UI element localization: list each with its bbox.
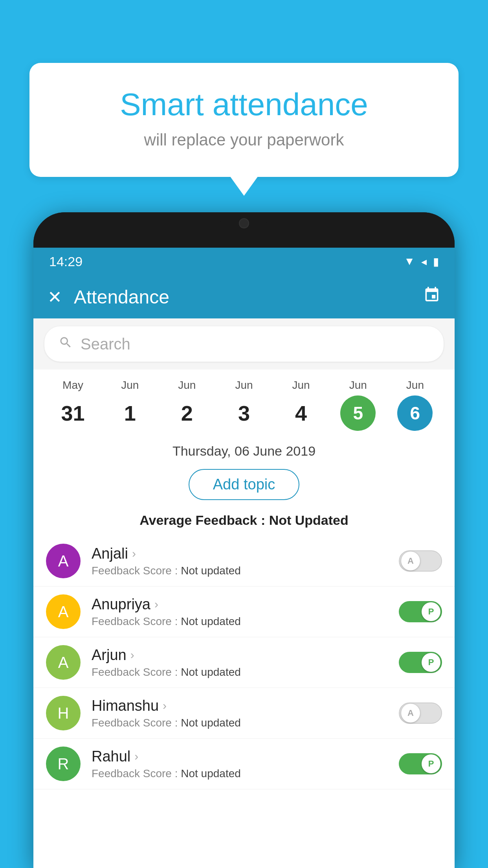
calendar-icon[interactable] [423, 286, 440, 307]
student-info: Rahul ›Feedback Score : Not updated [92, 748, 388, 780]
student-info: Himanshu ›Feedback Score : Not updated [92, 697, 388, 729]
avatar: A [46, 594, 81, 629]
student-name: Arjun › [92, 647, 388, 664]
day-month-label: Jun [121, 379, 139, 392]
toggle-thumb: P [422, 754, 440, 773]
search-placeholder: Search [81, 335, 130, 353]
toggle-thumb: A [401, 704, 420, 723]
feedback-score: Feedback Score : Not updated [92, 666, 388, 679]
calendar-strip: May31Jun1Jun2Jun3Jun4Jun5Jun6 [33, 370, 455, 436]
avatar: A [46, 645, 81, 680]
status-icons: ▼ ◂ ▮ [404, 255, 439, 268]
toggle-thumb: A [401, 552, 420, 570]
student-info: Anupriya ›Feedback Score : Not updated [92, 596, 388, 628]
phone-notch [220, 212, 268, 234]
avatar: R [46, 747, 81, 781]
search-box[interactable]: Search [44, 326, 444, 362]
feedback-score: Feedback Score : Not updated [92, 565, 388, 577]
feedback-score: Feedback Score : Not updated [92, 717, 388, 729]
day-month-label: May [62, 379, 83, 392]
avatar: A [46, 544, 81, 578]
day-month-label: Jun [292, 379, 310, 392]
attendance-toggle[interactable]: P [399, 652, 442, 673]
status-time: 14:29 [49, 254, 83, 269]
day-month-label: Jun [178, 379, 196, 392]
calendar-day[interactable]: Jun1 [106, 379, 154, 431]
bubble-subtitle: will replace your paperwork [61, 131, 427, 149]
chevron-right-icon: › [134, 750, 138, 763]
toggle-container[interactable]: P [399, 753, 442, 774]
phone-frame: 14:29 ▼ ◂ ▮ ✕ Attendance [33, 212, 455, 868]
bubble-title: Smart attendance [61, 86, 427, 123]
student-name: Himanshu › [92, 697, 388, 714]
calendar-day[interactable]: Jun4 [277, 379, 325, 431]
student-item[interactable]: AArjun ›Feedback Score : Not updatedP [33, 637, 455, 688]
day-number: 2 [169, 395, 205, 431]
avg-feedback: Average Feedback : Not Updated [33, 509, 455, 536]
chevron-right-icon: › [130, 648, 134, 662]
student-name: Anjali › [92, 545, 388, 562]
avatar: H [46, 696, 81, 730]
student-item[interactable]: AAnupriya ›Feedback Score : Not updatedP [33, 587, 455, 637]
calendar-day[interactable]: May31 [50, 379, 97, 431]
toggle-container[interactable]: P [399, 601, 442, 622]
camera [239, 218, 249, 228]
calendar-day[interactable]: Jun2 [163, 379, 211, 431]
app-content: ✕ Attendance Search May31Jun1Jun2Jun3Jun [33, 275, 455, 868]
app-bar: ✕ Attendance [33, 275, 455, 318]
student-item[interactable]: RRahul ›Feedback Score : Not updatedP [33, 739, 455, 789]
signal-icon: ◂ [421, 255, 427, 268]
search-container: Search [33, 318, 455, 370]
wifi-icon: ▼ [404, 255, 415, 268]
student-info: Arjun ›Feedback Score : Not updated [92, 647, 388, 679]
chevron-right-icon: › [132, 547, 136, 560]
add-topic-container: Add topic [33, 465, 455, 509]
chevron-right-icon: › [163, 699, 167, 712]
toggle-container[interactable]: P [399, 652, 442, 673]
student-item[interactable]: HHimanshu ›Feedback Score : Not updatedA [33, 688, 455, 739]
status-bar: 14:29 ▼ ◂ ▮ [33, 248, 455, 275]
toggle-thumb: P [422, 653, 440, 672]
day-month-label: Jun [235, 379, 253, 392]
close-button[interactable]: ✕ [48, 287, 62, 307]
attendance-toggle[interactable]: A [399, 550, 442, 572]
attendance-toggle[interactable]: P [399, 753, 442, 774]
day-number: 4 [283, 395, 319, 431]
attendance-toggle[interactable]: A [399, 702, 442, 724]
day-month-label: Jun [406, 379, 424, 392]
day-number: 5 [340, 395, 376, 431]
toggle-container[interactable]: A [399, 702, 442, 724]
day-number: 1 [112, 395, 148, 431]
attendance-toggle[interactable]: P [399, 601, 442, 622]
calendar-day[interactable]: Jun6 [391, 379, 438, 431]
student-item[interactable]: AAnjali ›Feedback Score : Not updatedA [33, 536, 455, 587]
chevron-right-icon: › [154, 598, 158, 611]
student-name: Rahul › [92, 748, 388, 765]
battery-icon: ▮ [433, 255, 439, 268]
phone-notch-area [33, 212, 455, 248]
day-number: 6 [397, 395, 433, 431]
calendar-day[interactable]: Jun3 [220, 379, 268, 431]
calendar-day[interactable]: Jun5 [334, 379, 382, 431]
student-list: AAnjali ›Feedback Score : Not updatedAAA… [33, 536, 455, 789]
feedback-score: Feedback Score : Not updated [92, 615, 388, 628]
toggle-container[interactable]: A [399, 550, 442, 572]
toggle-thumb: P [422, 602, 440, 621]
day-number: 31 [55, 395, 91, 431]
feedback-score: Feedback Score : Not updated [92, 767, 388, 780]
add-topic-button[interactable]: Add topic [189, 469, 299, 500]
search-icon [59, 335, 73, 353]
app-bar-title: Attendance [74, 286, 411, 308]
student-name: Anupriya › [92, 596, 388, 613]
speech-bubble: Smart attendance will replace your paper… [29, 63, 459, 177]
day-month-label: Jun [349, 379, 367, 392]
selected-date-label: Thursday, 06 June 2019 [33, 436, 455, 465]
day-number: 3 [226, 395, 262, 431]
student-info: Anjali ›Feedback Score : Not updated [92, 545, 388, 577]
